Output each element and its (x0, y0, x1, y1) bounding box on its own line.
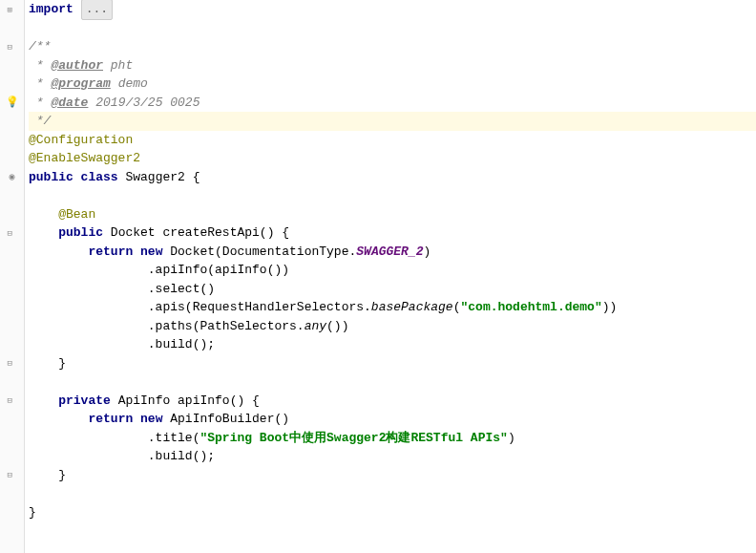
code-line: /** (29, 37, 756, 56)
method-signature: ApiInfo apiInfo() { (111, 392, 260, 411)
javadoc-start: /** (29, 37, 51, 56)
keyword-return-new: return new (88, 243, 162, 262)
folded-imports[interactable]: ... (81, 0, 113, 20)
lightbulb-icon[interactable]: 💡 (6, 95, 19, 111)
javadoc-end: */ (29, 112, 51, 131)
code-line: public class Swagger2 { (29, 168, 756, 187)
fold-collapse-icon[interactable]: ⊟ (8, 42, 17, 52)
code-line: } (29, 466, 756, 485)
code-line: * @program demo (29, 74, 756, 94)
javadoc-date-tag: @date (51, 94, 88, 113)
annotation-enableswagger2: @EnableSwagger2 (29, 149, 140, 168)
code-line: public Docket createRestApi() { (29, 223, 756, 243)
code-line: */ (29, 112, 756, 131)
static-method: any (304, 317, 326, 336)
static-field: SWAGGER_2 (356, 243, 423, 262)
keyword-public-class: public class (29, 168, 118, 187)
annotation-configuration: @Configuration (29, 131, 133, 150)
code-line (29, 484, 756, 503)
code-line: } (29, 503, 756, 522)
static-method: basePackage (371, 298, 453, 317)
method-signature: Docket createRestApi() { (103, 223, 289, 243)
code-line: * @author pht (29, 56, 756, 75)
editor-gutter: ⊞ ⊟ 💡 ◉ ⊟ ⊟ ⊟ ⊟ (0, 0, 25, 553)
keyword-private: private (58, 392, 111, 411)
code-editor: ⊞ ⊟ 💡 ◉ ⊟ ⊟ ⊟ ⊟ import ... /** * @author (0, 0, 756, 553)
class-name: Swagger2 { (118, 168, 200, 187)
code-line (29, 186, 756, 205)
string-literal: "com.hodehtml.demo" (461, 298, 602, 317)
code-line: private ApiInfo apiInfo() { (29, 392, 756, 411)
code-line: return new Docket(DocumentationType.SWAG… (29, 243, 756, 262)
code-line: @Configuration (29, 131, 756, 150)
code-line (29, 372, 756, 392)
fold-collapse-icon[interactable]: ⊟ (8, 358, 17, 368)
javadoc-program-tag: @program (51, 74, 110, 94)
code-line: .select() (29, 280, 756, 299)
code-line: .build(); (29, 447, 756, 466)
fold-collapse-icon[interactable]: ⊟ (8, 228, 17, 238)
code-line: .apiInfo(apiInfo()) (29, 261, 756, 280)
class-gutter-icon[interactable]: ◉ (9, 170, 14, 184)
string-literal: "Spring Boot中使用Swagger2构建RESTful APIs" (200, 429, 507, 448)
code-line: .apis(RequestHandlerSelectors.basePackag… (29, 298, 756, 317)
fold-collapse-icon[interactable]: ⊟ (8, 395, 17, 405)
keyword-public: public (58, 223, 103, 243)
fold-expand-icon[interactable]: ⊞ (8, 5, 17, 14)
annotation-bean: @Bean (58, 205, 95, 224)
code-line: @EnableSwagger2 (29, 149, 756, 168)
code-line: .build(); (29, 335, 756, 354)
keyword-import: import (29, 0, 74, 19)
code-line: import ... (29, 0, 756, 19)
keyword-return-new: return new (88, 410, 162, 429)
code-line: return new ApiInfoBuilder() (29, 410, 756, 429)
javadoc-author-tag: @author (51, 56, 103, 75)
code-line: } (29, 354, 756, 373)
fold-collapse-icon[interactable]: ⊟ (8, 470, 17, 479)
code-line: * @date 2019/3/25 0025 (29, 94, 756, 113)
code-line (29, 521, 756, 541)
code-content[interactable]: import ... /** * @author pht * @program … (25, 0, 756, 553)
code-line: .title("Spring Boot中使用Swagger2构建RESTful … (29, 429, 756, 448)
code-line: @Bean (29, 205, 756, 224)
code-line (29, 19, 756, 38)
code-line: .paths(PathSelectors.any()) (29, 317, 756, 336)
